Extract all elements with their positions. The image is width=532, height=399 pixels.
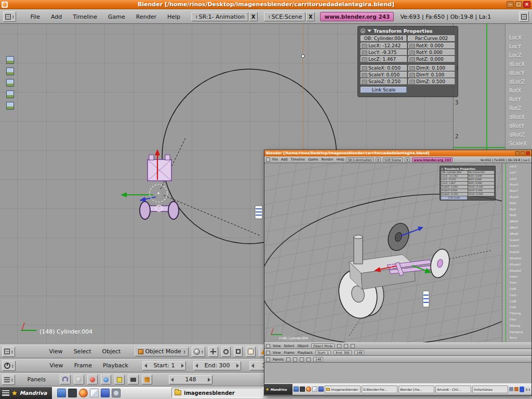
editor-type-button[interactable]: ▴▾ [3, 11, 16, 22]
mini-manipulator-blue-head[interactable] [418, 227, 423, 231]
mini-ipo-channel-label[interactable]: ScaleZ [510, 250, 531, 257]
mini-editing-icon[interactable] [300, 357, 304, 362]
mini-klipper-icon[interactable] [520, 387, 524, 392]
mini-ipo-channel-label[interactable]: ColA [510, 305, 531, 312]
dim-field[interactable]: DimX: 0.100 [408, 65, 455, 71]
mini-mail-icon[interactable] [312, 387, 317, 392]
screenshot-window[interactable]: Blender [/home/rinos/Desktop/imagenesble… [264, 150, 532, 396]
mini-menu-item[interactable]: File [272, 157, 278, 162]
panels-menu[interactable]: Panels [28, 376, 46, 383]
rot-field[interactable]: RotY: 0.000 [408, 49, 455, 56]
ipo-channel-label[interactable]: dRotX [509, 114, 532, 123]
mini-ipo-channel-label[interactable]: dRotY [510, 226, 531, 232]
mini-shading-icon[interactable] [293, 357, 297, 362]
mail-icon[interactable] [90, 389, 99, 397]
mini-taskbar-window-button[interactable]: Blender [/ho... [398, 385, 434, 393]
scale-field[interactable]: ScaleY: 0.050 [361, 72, 407, 78]
mini-editor-type-icon[interactable] [266, 157, 270, 162]
mini-logic-icon[interactable] [286, 357, 290, 362]
transform-properties-panel[interactable]: × Transform Properties OB: Cylinder.004 … [357, 26, 458, 97]
blender-version-button[interactable]: www.blender.org 243 [320, 12, 394, 21]
mini-transform-panel[interactable]: × Transform Properties OB: Cylinder.004 … [440, 166, 496, 201]
blender-app-icon[interactable] [2, 2, 8, 8]
editor-type-button[interactable]: ▴▾ [2, 375, 15, 385]
mini-manipulator-icon[interactable] [344, 344, 348, 348]
main-titlebar[interactable]: Blender [/home/rinos/Desktop/imagenesble… [0, 0, 532, 9]
mini-ipo-channel-label[interactable]: RDamp [510, 324, 531, 330]
mini-timeline-menu-item[interactable]: View [273, 351, 281, 355]
world-button[interactable] [101, 375, 111, 384]
mini-ipo-channel-label[interactable]: Damping [510, 330, 531, 337]
mini-start-button-label[interactable]: Mandriva [270, 388, 287, 391]
object-name-field[interactable]: OB: Cylinder.004 [361, 35, 407, 42]
terminal-icon[interactable] [68, 389, 77, 397]
mini-draw-type-icon[interactable] [337, 344, 341, 348]
mini-menu-item[interactable]: Timeline [290, 157, 305, 162]
mini-version-button[interactable]: www.blender.org 243 [412, 157, 453, 162]
scene-button[interactable] [128, 375, 139, 384]
mini-transform-field[interactable]: ScaleZ: 0.250 [441, 193, 468, 196]
mini-scene-delete-button[interactable]: X [405, 157, 410, 162]
mini-start-frame-field[interactable]: Start: 1 [315, 350, 331, 355]
object-button[interactable] [142, 375, 152, 384]
start-button-label[interactable]: Mandriva [20, 390, 47, 396]
mini-ipo-channel-label[interactable]: RotZ [510, 214, 531, 220]
mini-mode-selector[interactable]: Object Mode [311, 343, 335, 348]
mini-hand-icon[interactable] [351, 344, 355, 348]
mini-current-frame-field[interactable]: 148 [354, 350, 364, 355]
minimize-button[interactable]: − [507, 1, 514, 8]
ipo-channel-label[interactable]: RotY [509, 97, 532, 105]
mini-ipo-channel-label[interactable]: RotX [510, 202, 531, 208]
mini-cylinder[interactable] [354, 237, 363, 264]
menubar-menu-item[interactable]: File [31, 14, 40, 20]
mini-ipo-channel-label[interactable]: FFall [510, 318, 531, 324]
mini-ipo-channel-label[interactable]: dLocY [510, 189, 531, 195]
translate-manipulator-button[interactable] [208, 347, 218, 357]
dim-field[interactable]: DimZ: 0.500 [408, 78, 455, 85]
mini-taskbar-window-button[interactable]: Instantánea [472, 385, 508, 393]
mini-ipo-channel-label[interactable]: Layer [510, 275, 531, 281]
shading-button[interactable] [74, 375, 84, 384]
striped-pole-object[interactable] [255, 206, 262, 219]
mini-ipo-channel-label[interactable]: LocZ [510, 177, 531, 183]
mini-transform-field[interactable]: DimX: 0.100 [468, 185, 495, 189]
ipo-channel-label[interactable]: LocX [509, 35, 532, 44]
mini-timeline-menu-item[interactable]: Frame [284, 351, 294, 355]
start-frame-field[interactable]: Start: 1 [142, 361, 186, 370]
mini-view3d-menu-item[interactable]: View [273, 344, 281, 348]
mini-transform-field[interactable]: LocY: -9.375 [441, 178, 468, 181]
mini-transform-field[interactable]: RotX: 0.000 [468, 175, 495, 178]
mini-menu-item[interactable]: Add [281, 157, 288, 162]
mini-transform-field[interactable]: LocX: -12.242 [441, 175, 468, 178]
screen-delete-button[interactable]: X [249, 12, 258, 21]
mini-ipo-channel-label[interactable]: ColG [510, 294, 531, 300]
mini-menu-item[interactable]: Game [308, 157, 318, 162]
panel-close-icon[interactable]: × [361, 29, 365, 33]
konqueror-icon[interactable] [101, 389, 110, 397]
menubar-menu-item[interactable]: Render [136, 14, 156, 20]
mini-buttons-frame-field[interactable]: 148 [313, 357, 323, 362]
mini-firefox-icon[interactable] [306, 387, 311, 392]
mini-transform-field[interactable]: DimZ: 0.500 [468, 193, 495, 196]
mini-transform-field[interactable]: RotY: 0.000 [468, 178, 495, 181]
menubar-menu-item[interactable]: Game [108, 14, 125, 20]
link-scale-button[interactable]: Link Scale [361, 87, 407, 93]
mini-maximize-button[interactable] [521, 151, 525, 155]
mini-ipo-channel-label[interactable]: ScaleY [510, 244, 531, 250]
mini-ipo-channel-label[interactable]: ColR [510, 287, 531, 294]
scale-field[interactable]: ScaleX: 0.050 [361, 65, 407, 71]
mini-tray-icon[interactable] [514, 387, 518, 391]
window-grid-button[interactable] [519, 11, 529, 22]
mini-buttons-window-icon[interactable] [266, 357, 270, 362]
mini-ipo-channel-label[interactable]: dLocZ [510, 195, 531, 202]
editor-type-button[interactable]: ▴▾ [2, 347, 15, 357]
ipo-channel-label[interactable]: dRotZ [509, 132, 532, 141]
mini-transform-field[interactable]: RotZ: 0.000 [468, 182, 495, 185]
mini-ipo-channel-label[interactable]: LocX [510, 165, 531, 171]
mini-start-segment[interactable]: ★ Mandriva [264, 384, 292, 395]
cart-object-top-view[interactable] [121, 149, 179, 219]
mini-view3d-menu-item[interactable]: Select [284, 344, 294, 348]
view3d-menu-item[interactable]: View [49, 348, 63, 355]
view3d-menu-item[interactable]: Select [74, 348, 91, 355]
mini-ipo-channel-label[interactable]: LocY [510, 171, 531, 177]
